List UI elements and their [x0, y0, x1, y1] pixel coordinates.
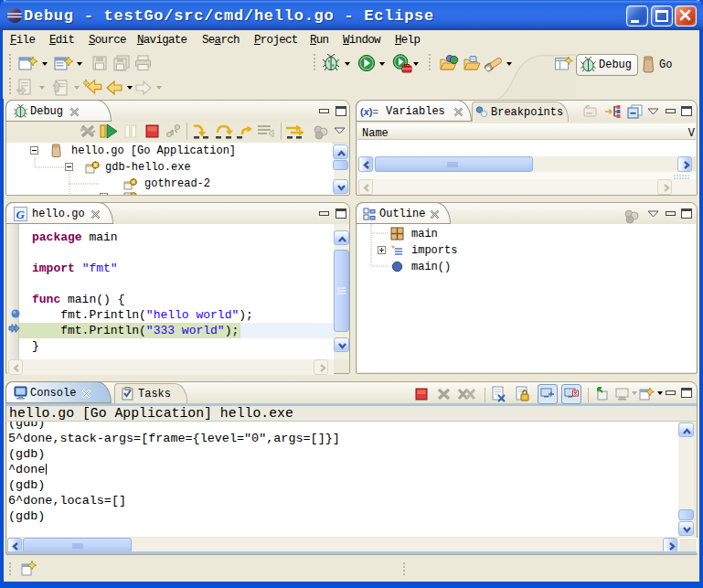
svg-text:(x)=: (x)= [360, 106, 378, 117]
svg-text:G: G [16, 208, 26, 221]
